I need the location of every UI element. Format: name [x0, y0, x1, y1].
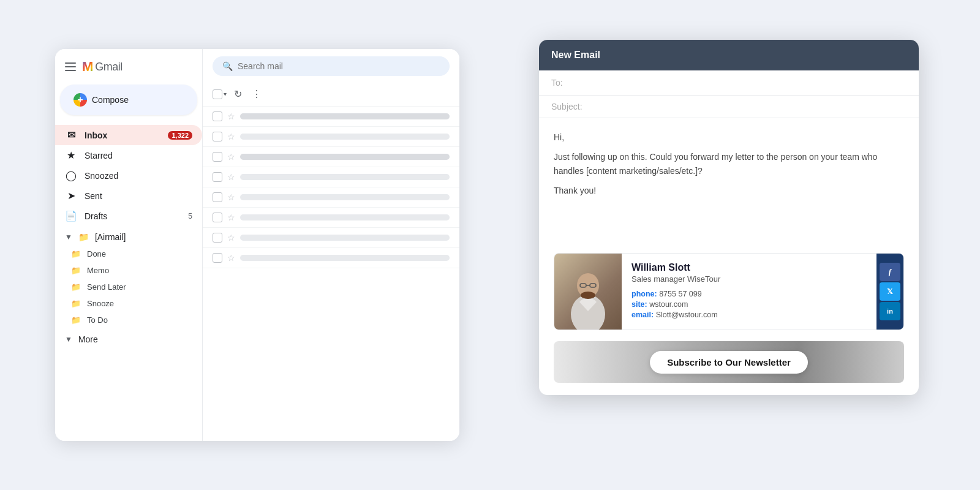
subfolder-snooze-icon: 📁: [71, 299, 81, 308]
email-row[interactable]: ☆: [203, 107, 459, 127]
signature-info: William Slott Sales manager WiseTour pho…: [622, 254, 876, 330]
phone-label: phone:: [631, 290, 657, 298]
row-checkbox[interactable]: [213, 253, 222, 263]
compose-body[interactable]: Hi, Just following up on this. Could you…: [539, 118, 919, 242]
nav-section-main: ✉ Inbox 1,322 ★ Starred ◯ Snoozed ➤ Sent…: [55, 123, 202, 228]
email-row[interactable]: ☆: [203, 248, 459, 268]
subfolder-memo-icon: 📁: [71, 266, 81, 275]
gmail-logo: M Gmail: [82, 59, 123, 75]
email-row[interactable]: ☆: [203, 167, 459, 187]
sidebar-item-airmail[interactable]: ▼ 📁 [Airmail]: [55, 228, 202, 246]
sidebar-item-snoozed[interactable]: ◯ Snoozed: [55, 165, 202, 186]
starred-label: Starred: [85, 151, 113, 160]
row-checkbox[interactable]: [213, 233, 222, 243]
compose-label: Compose: [92, 95, 129, 105]
inbox-badge: 1,322: [168, 131, 192, 140]
compose-button[interactable]: + Compose: [60, 85, 197, 115]
linkedin-button[interactable]: in: [880, 302, 900, 320]
email-row[interactable]: ☆: [203, 147, 459, 167]
snoozed-label: Snoozed: [85, 171, 118, 181]
sidebar: M Gmail + Compose ✉ Inbox 1,322 ★ Starre…: [55, 49, 202, 441]
sig-role: Sales manager WiseTour: [631, 274, 867, 284]
email-preview-bar: [240, 174, 450, 180]
sent-label: Sent: [85, 191, 102, 201]
email-row[interactable]: ☆: [203, 208, 459, 228]
gmail-m-logo: M: [82, 59, 92, 75]
sidebar-item-starred[interactable]: ★ Starred: [55, 145, 202, 165]
facebook-button[interactable]: f: [880, 263, 900, 281]
to-label: To:: [551, 78, 582, 88]
gmail-window: M Gmail + Compose ✉ Inbox 1,322 ★ Starre…: [55, 49, 459, 441]
email-value: Slott@wstour.com: [656, 311, 718, 319]
row-checkbox[interactable]: [213, 132, 222, 141]
email-row[interactable]: ☆: [203, 127, 459, 147]
snooze-label: Snooze: [87, 299, 114, 308]
email-preview-bar: [240, 214, 450, 221]
draft-icon: 📄: [65, 210, 77, 222]
site-label: site:: [631, 300, 647, 309]
row-checkbox[interactable]: [213, 152, 222, 162]
to-input[interactable]: [582, 78, 907, 88]
subject-input[interactable]: [594, 102, 907, 111]
sidebar-item-sent[interactable]: ➤ Sent: [55, 186, 202, 206]
email-preview-bar: [240, 235, 450, 241]
sidebar-item-memo[interactable]: 📁 Memo: [55, 262, 202, 279]
compose-plus-icon: +: [74, 93, 87, 107]
newsletter-banner: Subscribe to Our Newsletter: [554, 341, 904, 383]
more-options-icon[interactable]: ⋮: [249, 86, 264, 102]
sidebar-item-done[interactable]: 📁 Done: [55, 246, 202, 262]
email-preview-bar: [240, 134, 450, 140]
newsletter-button[interactable]: Subscribe to Our Newsletter: [650, 351, 808, 374]
search-icon: 🔍: [222, 61, 233, 71]
sidebar-item-snooze[interactable]: 📁 Snooze: [55, 295, 202, 312]
select-checkbox[interactable]: ▾: [213, 89, 227, 99]
select-all-checkbox[interactable]: [213, 89, 222, 99]
subfolder-done-icon: 📁: [71, 249, 81, 258]
airmail-label: [Airmail]: [95, 232, 126, 242]
refresh-icon[interactable]: ↻: [232, 86, 244, 102]
star-icon[interactable]: ☆: [227, 213, 235, 222]
row-checkbox[interactable]: [213, 111, 222, 121]
chevron-more-icon: ▼: [65, 335, 72, 344]
email-rows: ☆ ☆ ☆ ☆ ☆: [203, 107, 459, 441]
facebook-icon: f: [889, 267, 891, 277]
sidebar-item-sendlater[interactable]: 📁 Send Later: [55, 279, 202, 295]
linkedin-icon: in: [887, 307, 893, 315]
drafts-count: 5: [188, 212, 192, 221]
row-checkbox[interactable]: [213, 213, 222, 222]
email-preview-bar: [240, 154, 450, 160]
hamburger-icon[interactable]: [65, 62, 76, 71]
star-icon[interactable]: ☆: [227, 152, 235, 162]
sidebar-item-inbox[interactable]: ✉ Inbox 1,322: [55, 125, 202, 145]
sidebar-item-drafts[interactable]: 📄 Drafts 5: [55, 206, 202, 226]
star-icon[interactable]: ☆: [227, 253, 235, 263]
sidebar-item-todo[interactable]: 📁 To Do: [55, 312, 202, 328]
chevron-down-icon: ▼: [65, 233, 72, 241]
star-icon[interactable]: ☆: [227, 233, 235, 243]
svg-point-5: [581, 292, 595, 299]
signature-block: William Slott Sales manager WiseTour pho…: [554, 253, 904, 330]
select-chevron-icon[interactable]: ▾: [224, 91, 227, 97]
done-label: Done: [87, 249, 106, 258]
star-icon[interactable]: ☆: [227, 111, 235, 121]
email-row[interactable]: ☆: [203, 228, 459, 248]
row-checkbox[interactable]: [213, 192, 222, 202]
inbox-icon: ✉: [65, 129, 77, 141]
row-checkbox[interactable]: [213, 172, 222, 182]
search-container: 🔍: [203, 49, 459, 82]
star-icon[interactable]: ☆: [227, 132, 235, 141]
compose-window: New Email To: Subject: Hi, Just followin…: [539, 40, 919, 395]
site-value: wstour.com: [649, 300, 688, 309]
body-paragraph: Just following up on this. Could you for…: [554, 150, 904, 178]
body-thanks: Thank you!: [554, 184, 904, 197]
search-input[interactable]: [238, 61, 440, 71]
compose-window-title: New Email: [551, 50, 600, 61]
sidebar-item-more[interactable]: ▼ More: [55, 331, 202, 348]
sidebar-header: M Gmail: [55, 59, 202, 85]
search-bar[interactable]: 🔍: [213, 56, 450, 76]
sig-email: email: Slott@wstour.com: [631, 311, 867, 319]
star-icon[interactable]: ☆: [227, 192, 235, 202]
star-icon[interactable]: ☆: [227, 172, 235, 182]
email-row[interactable]: ☆: [203, 187, 459, 208]
twitter-button[interactable]: 𝕏: [880, 282, 900, 301]
